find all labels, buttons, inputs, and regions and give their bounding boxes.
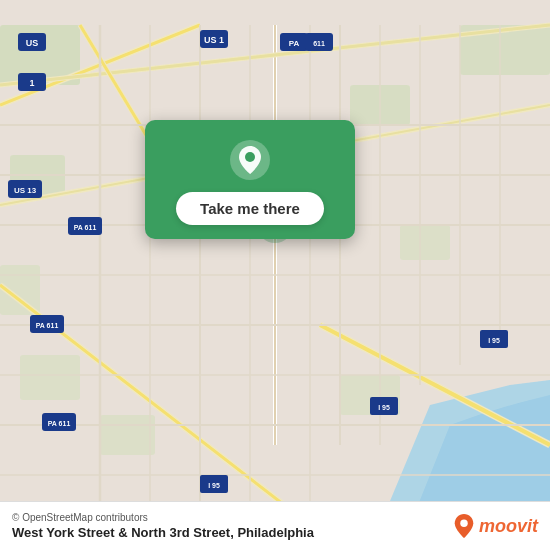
bottom-left: © OpenStreetMap contributors West York S… [12,512,314,540]
svg-text:I 95: I 95 [378,404,390,411]
svg-text:1: 1 [29,78,34,88]
svg-text:I 95: I 95 [208,482,220,489]
location-name: West York Street & North 3rd Street, Phi… [12,525,314,540]
moovit-logo: moovit [453,513,538,539]
svg-point-70 [460,520,467,527]
svg-text:PA 611: PA 611 [36,322,59,329]
map-container: US 1 US 1 US 13 PA 611 PA 611 PA 611 I 9… [0,0,550,550]
svg-rect-7 [20,355,80,400]
moovit-pin-icon [453,513,475,539]
svg-rect-4 [400,225,450,260]
svg-text:I 95: I 95 [488,337,500,344]
svg-point-69 [245,152,255,162]
map-background: US 1 US 1 US 13 PA 611 PA 611 PA 611 I 9… [0,0,550,550]
bottom-bar: © OpenStreetMap contributors West York S… [0,501,550,550]
svg-text:US 1: US 1 [204,35,224,45]
location-card: Take me there [145,120,355,239]
osm-attribution: © OpenStreetMap contributors [12,512,314,523]
svg-text:PA: PA [289,39,300,48]
moovit-brand-text: moovit [479,516,538,537]
svg-text:PA 611: PA 611 [74,224,97,231]
svg-text:PA 611: PA 611 [48,420,71,427]
location-pin-icon [228,138,272,182]
svg-text:611: 611 [313,40,325,47]
svg-text:US 13: US 13 [14,186,37,195]
svg-rect-8 [100,415,155,455]
svg-text:US: US [26,38,39,48]
take-me-there-button[interactable]: Take me there [176,192,324,225]
